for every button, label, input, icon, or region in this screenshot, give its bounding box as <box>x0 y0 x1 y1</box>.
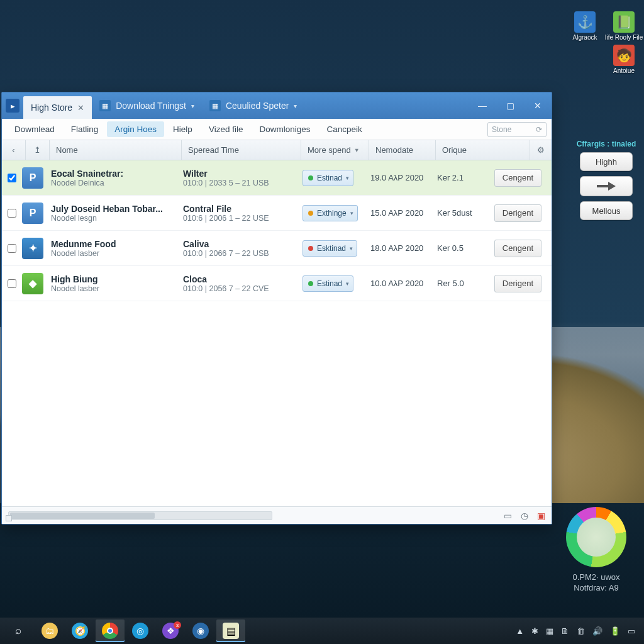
sidebar-arrow-button[interactable] <box>580 176 633 196</box>
tray-icon-4[interactable]: 🗑 <box>577 626 585 636</box>
cell-date: 18.0 AλP 2020 <box>365 243 432 253</box>
taskbar-app-notes[interactable]: ▤ <box>216 619 245 642</box>
nav-back-button[interactable]: ‹ <box>2 140 26 160</box>
table-row[interactable]: ◆ High BiungNoodel lasber Cloca010:0 | 2… <box>2 266 552 301</box>
resize-handle[interactable] <box>6 515 12 521</box>
row-checkbox[interactable] <box>4 209 19 218</box>
scroll-thumb[interactable] <box>10 513 155 519</box>
chevron-down-icon[interactable]: ▾ <box>294 103 297 109</box>
desktop-icon-algrock[interactable]: ⚓Algraock <box>570 11 600 41</box>
menu-item-2[interactable]: Argin Hoes <box>107 121 164 137</box>
status-dropdown[interactable]: Estinad▾ <box>303 275 353 292</box>
col-header-orique[interactable]: Orique <box>436 140 530 160</box>
view-timer-icon[interactable]: ◷ <box>521 511 528 521</box>
sidebar-mellous-button[interactable]: Mellous <box>580 201 633 220</box>
search-input[interactable]: Stone ⟳ <box>487 122 547 137</box>
col-header-time[interactable]: Speread Time <box>182 140 301 160</box>
edge-icon: ◎ <box>132 623 148 639</box>
menu-item-4[interactable]: Vized file <box>201 121 251 137</box>
cell-action: Cengent <box>481 240 547 257</box>
chevron-down-icon[interactable]: ▾ <box>191 103 194 109</box>
menu-item-3[interactable]: Hielp <box>165 121 200 137</box>
desktop-icon-label: Iife Rooly File <box>605 34 643 41</box>
tab-icon: ▦ <box>209 100 221 111</box>
forward-arrow-icon <box>596 180 617 192</box>
tray-icon-2[interactable]: ▦ <box>546 626 553 636</box>
table-row[interactable]: P Eocal Snainetrar:Noodel Deinica Wilter… <box>2 160 552 196</box>
minimize-button[interactable]: — <box>469 92 496 119</box>
tray-icon-5[interactable]: 🔊 <box>592 626 602 636</box>
row-action-button[interactable]: Cengent <box>494 169 541 187</box>
desktop-icon-life-rooly[interactable]: 📗Iife Rooly File <box>609 11 639 41</box>
sidebar-high-button[interactable]: Highh <box>580 152 633 171</box>
desktop-icon-antoue[interactable]: 🧒Antoiue <box>609 45 639 74</box>
taskbar-app-edge[interactable]: ◎ <box>126 619 155 642</box>
row-action-button[interactable]: Derigent <box>494 204 541 222</box>
view-record-icon[interactable]: ▣ <box>537 511 545 521</box>
row-action-button[interactable]: Cengent <box>494 240 541 257</box>
tab-1[interactable]: ▦Download Tningst▾ <box>92 92 202 119</box>
cell-name: Eocal Snainetrar:Noodel Deinica <box>46 169 178 187</box>
tray-icon-3[interactable]: 🗎 <box>561 626 569 636</box>
taskbar-search-button[interactable]: ⌕ <box>4 618 33 644</box>
menu-item-0[interactable]: Dowmlead <box>7 121 62 137</box>
status-dropdown[interactable]: Esktinad▾ <box>303 240 357 257</box>
horizontal-scrollbar[interactable] <box>8 511 272 520</box>
close-button[interactable]: ✕ <box>524 92 552 119</box>
menu-item-1[interactable]: Flatling <box>64 121 106 137</box>
cell-name: July Doseid Heban Tobar...Noodel lesgn <box>46 204 178 223</box>
cell-action: Cengent <box>481 169 547 187</box>
row-checkbox[interactable] <box>4 244 19 253</box>
statusbar: ▭ ◷ ▣ <box>2 506 552 524</box>
taskbar-app-chrome[interactable] <box>96 619 125 642</box>
column-settings-button[interactable]: ⚙ <box>530 140 552 160</box>
cell-time: Wilter010:0 | 2033 5 – 21 USB <box>178 169 297 187</box>
chevron-down-icon: ▾ <box>346 280 349 287</box>
tab-label: Ceuulied Speter <box>226 101 289 111</box>
column-header: ‹ ↥ Nome Speread Time More spend▼ Nemoda… <box>2 140 552 160</box>
tab-icon: ▦ <box>99 100 111 111</box>
tab-close-icon[interactable]: ✕ <box>77 103 84 113</box>
titlebar[interactable]: ▸ High Store✕▦Download Tningst▾▦Ceuulied… <box>2 92 552 119</box>
taskbar-app-app-round[interactable]: ◉ <box>186 619 215 642</box>
taskbar-app-safari[interactable]: 🧭 <box>65 619 94 642</box>
cell-action: Derigent <box>481 275 547 292</box>
tray-icon-6[interactable]: 🔋 <box>610 626 620 636</box>
cell-orique: Ker 0.5 <box>432 243 481 253</box>
desktop-icons: ⚓Algraock📗Iife Rooly File🧒Antoiue <box>570 11 639 74</box>
notes-icon: ▤ <box>223 623 239 639</box>
statusbar-icons: ▭ ◷ ▣ <box>504 511 545 521</box>
taskbar: ⌕ 🗂🧭◎❖3◉▤ ▲✱▦🗎🗑🔊🔋▭ <box>0 618 644 644</box>
table-row[interactable]: P July Doseid Heban Tobar...Noodel lesgn… <box>2 196 552 231</box>
row-checkbox[interactable] <box>4 279 19 288</box>
row-checkbox[interactable] <box>4 174 19 182</box>
notification-badge: 3 <box>174 621 181 629</box>
taskbar-app-file-explorer[interactable]: 🗂 <box>35 619 64 642</box>
view-grid-icon[interactable]: ▭ <box>504 511 512 521</box>
taskbar-app-app-purple[interactable]: ❖3 <box>156 619 185 642</box>
tab-0[interactable]: High Store✕ <box>23 96 92 119</box>
menu-item-6[interactable]: Cancpeik <box>319 121 369 137</box>
file-list[interactable]: P Eocal Snainetrar:Noodel Deinica Wilter… <box>2 160 552 506</box>
menu-item-5[interactable]: Dowmloniges <box>252 121 318 137</box>
col-header-date[interactable]: Nemodate <box>369 140 436 160</box>
table-row[interactable]: ✦ Medunme FoodNoodel lasber Caliva010:0 … <box>2 231 552 266</box>
menubar: DowmleadFlatlingArgin HoesHielpVized fil… <box>2 119 552 140</box>
cell-orique: Ker 2.1 <box>432 173 481 182</box>
tray-icon-1[interactable]: ✱ <box>531 626 538 636</box>
row-action-button[interactable]: Derigent <box>494 275 541 292</box>
clock-widget: 0.PM2· uwox Notfdrav: A9 <box>566 507 626 594</box>
maximize-button[interactable]: ▢ <box>496 92 524 119</box>
status-dropdown[interactable]: Estinad▾ <box>303 170 353 186</box>
tray-icon-0[interactable]: ▲ <box>516 626 524 636</box>
tray-icon-7[interactable]: ▭ <box>628 626 635 636</box>
status-dropdown[interactable]: Exthinge▾ <box>303 205 358 221</box>
tab-2[interactable]: ▦Ceuulied Speter▾ <box>202 92 304 119</box>
col-header-name[interactable]: Nome <box>50 140 182 160</box>
col-header-more[interactable]: More spend▼ <box>301 140 369 160</box>
search-refresh-icon[interactable]: ⟳ <box>536 125 542 134</box>
status-dot-icon <box>308 175 313 180</box>
nav-up-button[interactable]: ↥ <box>26 140 50 160</box>
app-window: ▸ High Store✕▦Download Tningst▾▦Ceuulied… <box>1 92 552 525</box>
cell-status: Exthinge▾ <box>297 205 365 221</box>
